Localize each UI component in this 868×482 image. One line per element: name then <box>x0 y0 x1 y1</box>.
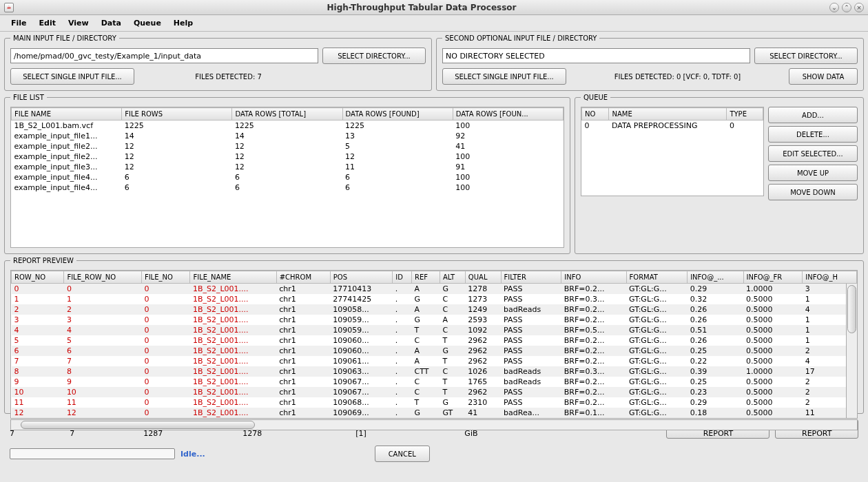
second-select-dir-button[interactable]: SELECT DIRECTORY... <box>754 48 858 64</box>
queue-legend: QUEUE <box>581 94 610 101</box>
queue-move-up-button[interactable]: MOVE UP <box>768 165 858 181</box>
table-row[interactable]: 9901B_S2_L001....chr1109067....CT1765bad… <box>12 377 857 387</box>
column-header[interactable]: QUAL <box>465 271 501 284</box>
horizontal-scrollbar[interactable] <box>10 419 858 430</box>
column-header[interactable]: ID <box>393 271 412 284</box>
app-window: ☕ High-Throughput Tabular Data Processor… <box>0 0 868 482</box>
queue-move-down-button[interactable]: MOVE DOWN <box>768 184 858 200</box>
progress-row: Idle... CANCEL <box>4 444 864 466</box>
table-row[interactable]: 111101B_S2_L001....chr1109068....TG2310P… <box>12 397 857 408</box>
table-row[interactable]: example_input_file4...666100 <box>12 172 564 182</box>
column-header[interactable]: INFO <box>561 271 626 284</box>
report-preview-fieldset: REPORT PREVIEW ROW_NOFILE_ROW_NOFILE_NOF… <box>4 257 864 414</box>
column-header[interactable]: DATA ROWS [FOUN... <box>453 108 563 120</box>
report-table[interactable]: ROW_NOFILE_ROW_NOFILE_NOFILE_NAME#CHROMP… <box>10 270 858 419</box>
file-list-fieldset: FILE LIST FILE NAMEFILE ROWSDATA ROWS [T… <box>4 94 570 254</box>
queue-edit-button[interactable]: EDIT SELECTED... <box>768 145 858 162</box>
table-row[interactable]: 0001B_S2_L001....chr117710413.AG1278PASS… <box>12 284 857 294</box>
column-header[interactable]: FILTER <box>501 271 561 284</box>
file-list-table[interactable]: FILE NAMEFILE ROWSDATA ROWS [TOTAL]DATA … <box>10 107 564 248</box>
queue-add-button[interactable]: ADD... <box>768 107 858 123</box>
table-row[interactable]: 2201B_S2_L001....chr1109058....AC1249bad… <box>12 304 857 315</box>
column-header[interactable]: FILE ROWS <box>122 108 232 120</box>
column-header[interactable]: FORMAT <box>626 271 688 284</box>
column-header[interactable]: NO <box>582 108 609 120</box>
main-files-detected: FILES DETECTED: 7 <box>195 73 262 81</box>
window-controls: ⌄ ⌃ × <box>829 3 864 12</box>
second-input-legend: SECOND OPTIONAL INPUT FILE / DIRECTORY <box>442 34 599 42</box>
queue-table[interactable]: NONAMETYPE0DATA PREPROCESSING0 <box>581 107 764 196</box>
column-header[interactable]: FILE NAME <box>12 108 122 120</box>
column-header[interactable]: FILE_NAME <box>190 271 276 284</box>
table-row[interactable]: 0DATA PREPROCESSING0 <box>582 120 763 131</box>
vertical-scrollbar[interactable] <box>846 284 857 418</box>
table-row[interactable]: example_input_file3...12121191 <box>12 162 564 172</box>
queue-fieldset: QUEUE NONAMETYPE0DATA PREPROCESSING0 ADD… <box>575 94 864 254</box>
column-header[interactable]: POS <box>330 271 392 284</box>
second-input-path[interactable] <box>442 48 750 63</box>
column-header[interactable]: FILE_NO <box>141 271 190 284</box>
column-header[interactable]: INFO@_H <box>803 271 857 284</box>
titlebar: ☕ High-Throughput Tabular Data Processor… <box>0 0 868 15</box>
column-header[interactable]: INFO@_FR <box>743 271 803 284</box>
queue-delete-button[interactable]: DELETE... <box>768 126 858 143</box>
table-row[interactable]: 8801B_S2_L001....chr1109063....CTTC1026b… <box>12 366 857 377</box>
menu-queue[interactable]: Queue <box>128 17 167 30</box>
main-input-path[interactable] <box>10 48 318 63</box>
column-header[interactable]: #CHROM <box>276 271 330 284</box>
table-row[interactable]: 5501B_S2_L001....chr1109060....CT2962PAS… <box>12 335 857 346</box>
column-header[interactable]: TYPE <box>727 108 763 120</box>
maximize-icon[interactable]: ⌃ <box>842 3 851 12</box>
second-select-file-button[interactable]: SELECT SINGLE INPUT FILE... <box>442 68 566 85</box>
column-header[interactable]: DATA ROWS [TOTAL] <box>232 108 342 120</box>
menu-view[interactable]: View <box>63 17 94 30</box>
table-row[interactable]: example_input_file2...121212100 <box>12 151 564 162</box>
table-row[interactable]: example_input_file4...666100 <box>12 182 564 193</box>
table-row[interactable]: 101001B_S2_L001....chr1109067....CT2962P… <box>12 387 857 397</box>
table-row[interactable]: 6601B_S2_L001....chr1109060....AG2962PAS… <box>12 346 857 356</box>
table-row[interactable]: example_input_file2...1212541 <box>12 141 564 151</box>
show-data-button[interactable]: SHOW DATA <box>789 68 858 85</box>
table-row[interactable]: 121201B_S2_L001....chr1109069....GGT41ba… <box>12 408 857 418</box>
java-icon: ☕ <box>4 3 14 12</box>
main-input-legend: MAIN INPUT FILE / DIRECTORY <box>10 34 119 42</box>
menu-file[interactable]: File <box>6 17 32 30</box>
status-idle: Idle... <box>180 450 205 459</box>
main-input-fieldset: MAIN INPUT FILE / DIRECTORY SELECT DIREC… <box>4 34 432 91</box>
column-header[interactable]: REF <box>412 271 440 284</box>
table-row[interactable]: 1B_S2_L001.bam.vcf122512251225100 <box>12 120 564 131</box>
window-title: High-Throughput Tabular Data Processor <box>14 3 829 12</box>
menu-data[interactable]: Data <box>96 17 127 30</box>
column-header[interactable]: ALT <box>440 271 465 284</box>
menu-edit[interactable]: Edit <box>34 17 61 30</box>
file-list-legend: FILE LIST <box>10 94 47 101</box>
main-select-dir-button[interactable]: SELECT DIRECTORY... <box>322 48 426 64</box>
table-row[interactable]: 7701B_S2_L001....chr1109061....AT2962PAS… <box>12 356 857 366</box>
main-select-file-button[interactable]: SELECT SINGLE INPUT FILE... <box>10 68 134 85</box>
cancel-button[interactable]: CANCEL <box>375 446 430 462</box>
report-legend: REPORT PREVIEW <box>10 257 76 264</box>
table-row[interactable]: 3301B_S2_L001....chr1109059....GA2593PAS… <box>12 315 857 325</box>
progress-bar <box>10 448 175 459</box>
table-row[interactable]: 1101B_S2_L001....chr127741425.GC1273PASS… <box>12 294 857 304</box>
minimize-icon[interactable]: ⌄ <box>829 3 839 12</box>
column-header[interactable]: ROW_NO <box>12 271 64 284</box>
menu-help[interactable]: Help <box>168 17 198 30</box>
column-header[interactable]: NAME <box>609 108 727 120</box>
menubar: File Edit View Data Queue Help <box>0 15 868 32</box>
second-files-detected: FILES DETECTED: 0 [VCF: 0, TDTF: 0] <box>614 73 741 81</box>
table-row[interactable]: example_input_file1...14141392 <box>12 131 564 141</box>
table-row[interactable]: 4401B_S2_L001....chr1109059....TC1092PAS… <box>12 325 857 335</box>
close-icon[interactable]: × <box>854 3 864 12</box>
column-header[interactable]: DATA ROWS [FOUND] <box>342 108 453 120</box>
column-header[interactable]: INFO@_... <box>688 271 743 284</box>
second-input-fieldset: SECOND OPTIONAL INPUT FILE / DIRECTORY S… <box>436 34 864 91</box>
column-header[interactable]: FILE_ROW_NO <box>64 271 142 284</box>
